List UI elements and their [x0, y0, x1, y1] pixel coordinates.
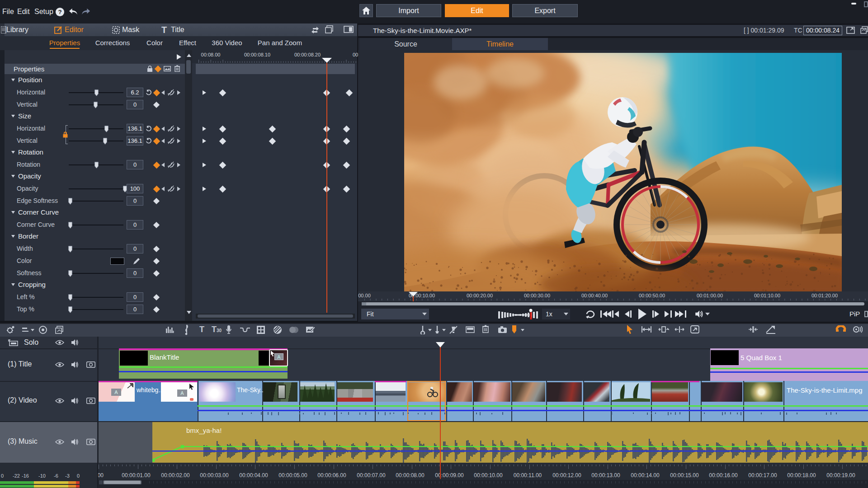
svg-text:?: ? — [58, 9, 61, 15]
